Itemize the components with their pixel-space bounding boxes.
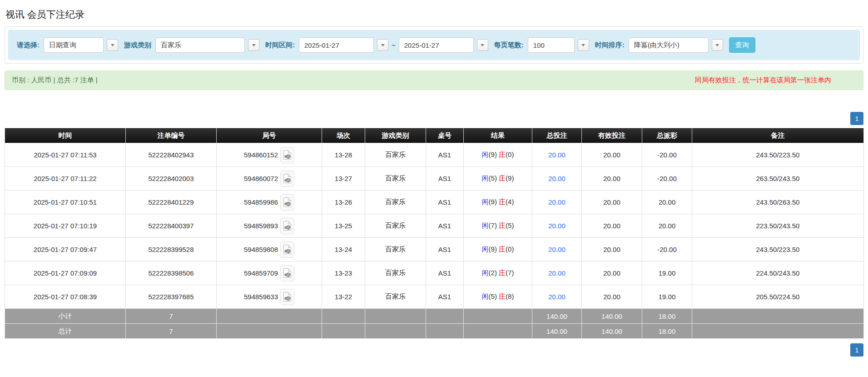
result-cell: 闲(7) 庄(5) [464,214,532,238]
query-type-select[interactable]: 日期查询 [44,37,104,53]
session-cell: 13-24 [322,238,365,261]
date-from-dropdown-button[interactable] [377,39,388,51]
round-number-cell: 594859986 [217,191,322,214]
payout-cell: -20.00 [642,167,692,191]
player-result-label: 闲 [482,269,489,276]
total-bet-cell: 20.00 [532,238,582,261]
table-row: 2025-01-27 07:09:09 522228398506 5948597… [5,261,864,285]
column-header-time: 时间 [5,128,126,143]
video-replay-button[interactable] [280,265,294,281]
time-range-label: 时间区间: [265,41,295,50]
remark-cell: 243.50/263.50 [692,191,864,214]
game-category-cell: 百家乐 [365,261,426,285]
video-replay-button[interactable] [280,171,294,187]
date-to-dropdown-button[interactable] [477,39,488,51]
player-score: (7) [489,221,497,229]
session-cell: 13-28 [322,143,365,167]
remark-cell: 223.50/243.50 [692,214,864,238]
table-number-cell: AS1 [426,285,464,309]
session-cell: 13-27 [322,167,365,191]
page-button-1[interactable]: 1 [850,112,863,125]
total-bet-link[interactable]: 20.00 [548,269,565,277]
summary-row-label: 总计 [5,324,126,339]
time-sort-dropdown-button[interactable] [712,39,723,51]
bet-number-cell: 522228398506 [126,261,217,285]
game-category-select[interactable]: 百家乐 [155,37,245,53]
total-bet-link[interactable]: 20.00 [548,222,565,230]
payout-cell: 20.00 [642,214,692,238]
banker-score: (4) [506,198,514,206]
total-bet-cell: 20.00 [532,214,582,238]
video-replay-button[interactable] [280,289,294,305]
banker-score: (0) [506,151,514,158]
table-header-row: 时间注单编号局号场次游戏类别桌号结果总投注有效投注总派彩备注 [5,128,864,143]
remark-cell: 263.50/243.50 [692,167,864,191]
video-replay-button[interactable] [280,147,294,163]
round-number-cell: 594859633 [217,285,322,309]
time-cell: 2025-01-27 07:11:53 [5,143,126,167]
total-bet-cell: 20.00 [532,191,582,214]
payout-cell: 20.00 [642,191,692,214]
bet-number-cell: 522228401229 [126,191,217,214]
query-type-dropdown-button[interactable] [107,39,118,51]
total-bet-link[interactable]: 20.00 [548,151,565,159]
column-header-bet_no: 注单编号 [126,128,217,143]
video-file-icon [283,173,292,184]
remark-cell: 243.50/223.50 [692,238,864,261]
player-score: (5) [489,174,497,182]
table-number-cell: AS1 [426,143,464,167]
valid-bet-cell: 20.00 [582,261,642,285]
table-row: 2025-01-27 07:11:53 522228402943 5948601… [5,143,864,167]
round-number-cell: 594859808 [217,238,322,261]
date-from-select[interactable]: 2025-01-27 [299,37,374,53]
time-sort-select[interactable]: 降冪(由大到小) [629,37,709,53]
remark-cell: 243.50/223.50 [692,143,864,167]
page-button-1[interactable]: 1 [850,343,863,357]
total-bet-link[interactable]: 20.00 [548,246,565,253]
total-bet-link[interactable]: 20.00 [548,293,565,301]
summary-payout: 18.00 [642,309,692,324]
page-size-select[interactable]: 100 [528,37,575,53]
video-replay-button[interactable] [280,218,294,234]
banker-result-label: 庄 [499,292,506,300]
date-to-select[interactable]: 2025-01-27 [399,37,474,53]
video-replay-button[interactable] [280,194,294,211]
table-row: 2025-01-27 07:11:22 522228402003 5948600… [5,167,864,191]
search-button[interactable]: 查询 [729,37,755,53]
result-cell: 闲(5) 庄(8) [464,285,532,309]
total-bet-link[interactable]: 20.00 [548,175,565,182]
member-bet-records-page: 视讯 会员下注纪录 请选择: 日期查询 游戏类别 百家乐 时间区间: 2025-… [5,0,863,363]
chevron-down-icon [481,44,484,46]
summary-row-count: 7 [126,324,217,339]
round-number-cell: 594859709 [217,261,322,285]
column-header-round_no: 局号 [217,128,322,143]
banker-score: (8) [506,292,514,300]
player-score: (2) [489,269,497,276]
total-bet-cell: 20.00 [532,261,582,285]
valid-bet-cell: 20.00 [582,285,642,309]
page-size-dropdown-button[interactable] [578,39,589,51]
game-category-cell: 百家乐 [365,191,426,214]
total-bet-link[interactable]: 20.00 [548,198,565,206]
player-score: (9) [489,198,497,206]
game-category-label: 游戏类别 [124,41,151,50]
game-category-dropdown-button[interactable] [248,39,259,51]
banker-score: (7) [506,269,514,276]
date-to-value: 2025-01-27 [404,41,439,49]
banker-result-label: 庄 [499,245,506,253]
banker-score: (9) [506,174,514,182]
bet-number-cell: 522228402943 [126,143,217,167]
summary-valid-bet: 140.00 [582,324,642,339]
chevron-down-icon [111,44,114,46]
column-header-remark: 备注 [692,128,864,143]
filter-panel: 请选择: 日期查询 游戏类别 百家乐 时间区间: 2025-01-27 ~ [5,26,863,64]
time-sort-label: 时间排序: [595,41,625,50]
video-replay-button[interactable] [280,241,294,258]
summary-total-bet: 140.00 [532,309,582,324]
player-result-label: 闲 [482,292,489,300]
round-number: 594859808 [244,246,278,253]
player-score: (9) [489,151,497,158]
table-row: 2025-01-27 07:10:51 522228401229 5948599… [5,191,864,214]
round-number: 594859709 [244,269,278,277]
summary-valid-bet: 140.00 [582,309,642,324]
